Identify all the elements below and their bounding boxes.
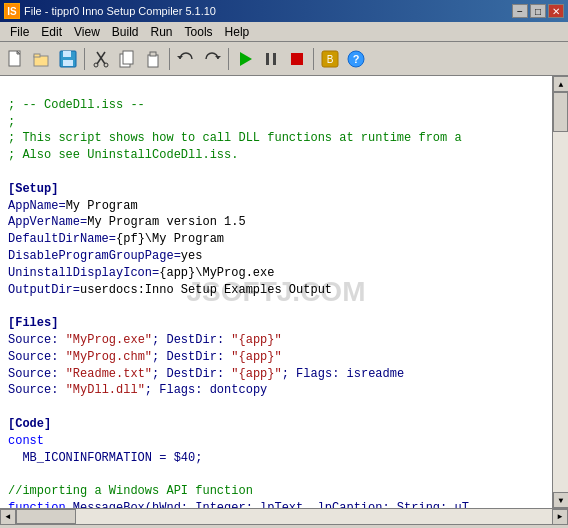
menu-help[interactable]: Help [219,23,256,41]
svg-rect-5 [63,51,71,57]
svg-text:B: B [327,54,334,65]
svg-rect-13 [148,55,158,67]
svg-point-9 [94,63,98,67]
toolbar-sep-2 [169,48,170,70]
svg-rect-12 [123,51,133,64]
svg-rect-6 [63,60,73,66]
editor-content: ; -- CodeDll.iss -- ; ; This script show… [0,76,552,508]
toolbar-copy[interactable] [115,47,139,71]
scroll-up-button[interactable]: ▲ [553,76,568,92]
svg-text:?: ? [353,53,360,65]
vertical-scrollbar[interactable]: ▲ ▼ [552,76,568,508]
toolbar-compile[interactable]: B [318,47,342,71]
toolbar-cut[interactable] [89,47,113,71]
toolbar-pause[interactable] [259,47,283,71]
scroll-thumb[interactable] [553,92,568,132]
scroll-down-button[interactable]: ▼ [553,492,568,508]
title-bar-left: IS File - tippr0 Inno Setup Compiler 5.1… [4,3,216,19]
menu-tools[interactable]: Tools [179,23,219,41]
svg-rect-3 [34,54,40,57]
menu-view[interactable]: View [68,23,106,41]
app-icon: IS [4,3,20,19]
main-area: ; -- CodeDll.iss -- ; ; This script show… [0,76,568,508]
toolbar-paste[interactable] [141,47,165,71]
toolbar-sep-3 [228,48,229,70]
toolbar-undo[interactable] [174,47,198,71]
menu-file[interactable]: File [4,23,35,41]
minimize-button[interactable]: − [512,4,528,18]
svg-rect-18 [266,53,269,65]
menu-edit[interactable]: Edit [35,23,68,41]
svg-rect-14 [150,52,156,56]
toolbar-open[interactable] [30,47,54,71]
toolbar-help[interactable]: ? [344,47,368,71]
scroll-track[interactable] [553,92,568,492]
menu-run[interactable]: Run [145,23,179,41]
toolbar-save[interactable] [56,47,80,71]
svg-marker-17 [240,52,252,66]
hscroll-thumb[interactable] [16,509,76,524]
toolbar-sep-4 [313,48,314,70]
menu-bar: File Edit View Build Run Tools Help [0,22,568,42]
horizontal-scrollbar[interactable]: ◄ ► [0,508,568,524]
scroll-right-button[interactable]: ► [552,509,568,525]
svg-marker-16 [215,56,221,59]
svg-marker-15 [177,56,183,59]
toolbar-redo[interactable] [200,47,224,71]
window-title: File - tippr0 Inno Setup Compiler 5.1.10 [24,5,216,17]
toolbar-new[interactable] [4,47,28,71]
code-editor[interactable]: ; -- CodeDll.iss -- ; ; This script show… [0,76,552,508]
close-button[interactable]: ✕ [548,4,564,18]
svg-rect-19 [273,53,276,65]
toolbar-stop[interactable] [285,47,309,71]
svg-point-10 [104,63,108,67]
toolbar-run[interactable] [233,47,257,71]
scroll-left-button[interactable]: ◄ [0,509,16,525]
svg-rect-20 [291,53,303,65]
toolbar-sep-1 [84,48,85,70]
title-bar: IS File - tippr0 Inno Setup Compiler 5.1… [0,0,568,22]
maximize-button[interactable]: □ [530,4,546,18]
hscroll-track[interactable] [16,509,552,524]
menu-build[interactable]: Build [106,23,145,41]
toolbar: B ? [0,42,568,76]
title-bar-controls: − □ ✕ [512,4,564,18]
status-bar: JSOFTJ.COM Insert JSOFTJ.COM [0,524,568,528]
